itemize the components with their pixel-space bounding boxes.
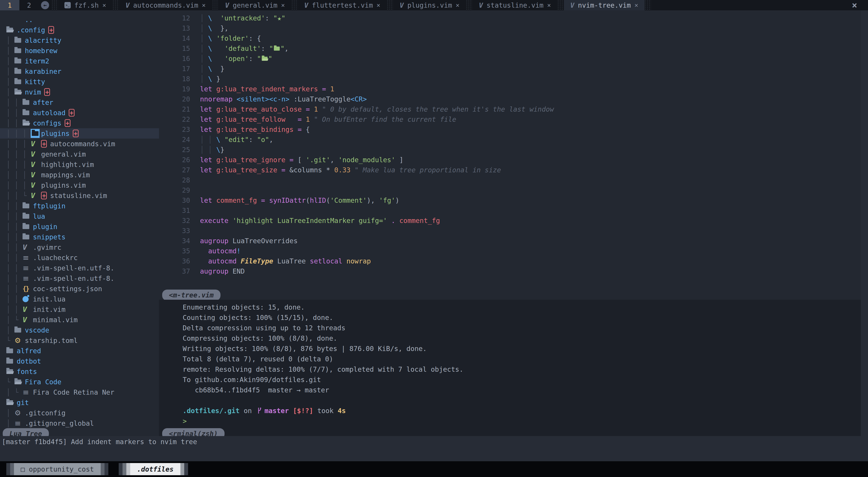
tree-item-autocommands.vim[interactable]: │ │ │ V+autocommands.vim [0,139,159,149]
tab-nvim-tree.vim[interactable]: Vnvim-tree.vim× [564,0,645,10]
vim-icon: V [23,305,27,314]
tmux-window-number-1[interactable]: 1 [0,0,19,10]
tree-item-plugins[interactable]: │ │ │ plugins+ [0,128,159,139]
code-line-20[interactable]: 20nnoremap <silent><c-n> :LuaTreeToggle<… [159,94,861,104]
terminal-split[interactable]: Enumerating objects: 15, done.Counting o… [159,300,861,436]
tree-item-highlight.vim[interactable]: │ │ │ Vhighlight.vim [0,159,159,170]
code-line-26[interactable]: 26let g:lua_tree_ignore = [ '.git', 'nod… [159,155,861,165]
code-line-24[interactable]: 24│ │ \ "edit": "o", [159,135,861,145]
tree-item-autoload[interactable]: │ │ autoload+ [0,107,159,118]
tree-item-Fira-Code[interactable]: └ Fira Code [0,377,159,387]
tree-item-..[interactable]: .. [0,14,159,25]
code-line-15[interactable]: 15│ \ 'default': "", [159,43,861,54]
tmux-gradient-segment [123,463,126,475]
tree-item-.gitconfig[interactable]: │ ⚙.gitconfig [0,408,159,418]
code-line-25[interactable]: 25│ │ \} [159,145,861,155]
tree-item-.vim-spell-en.utf-8.[interactable]: │ │ ≡.vim-spell-en.utf-8. [0,273,159,283]
terminal-line-2: Counting objects: 100% (15/15), done. [159,312,861,322]
code-line-34[interactable]: 34augroup LuaTreeOverrides [159,236,861,246]
code-line-22[interactable]: 22let g:lua_tree_follow = 1 " On bufEnte… [159,114,861,125]
tab-close-icon[interactable]: × [634,2,638,9]
code-line-28[interactable]: 28 [159,175,861,185]
code-line-13[interactable]: 13│ \ }, [159,23,861,33]
code-line-32[interactable]: 32execute 'highlight LuaTreeIndentMarker… [159,215,861,226]
folder-open-icon [6,369,13,374]
editor[interactable]: 12│ \ 'untracked': "★"13│ \ },14│ \ 'fol… [159,10,861,300]
tree-item-mappings.vim[interactable]: │ │ │ Vmappings.vim [0,170,159,180]
tree-item-kitty[interactable]: │ kitty [0,76,159,87]
tree-item-starship.toml[interactable]: └ ⚙starship.toml [0,335,159,346]
tree-item-.config[interactable]: .config+ [0,25,159,35]
code-line-37[interactable]: 37augroup END [159,266,861,276]
tree-item-coc-settings.json[interactable]: │ │ {}coc-settings.json [0,283,159,294]
nvim-tree-panel[interactable]: ...config+│ alacritty│ homebrew│ iterm2│… [0,10,159,436]
code-line-27[interactable]: 27let g:lua_tree_size = &columns * 0.33 … [159,165,861,175]
code-line-14[interactable]: 14│ \ 'folder': { [159,33,861,43]
tree-label: .luacheckrc [33,254,78,262]
tab-close-icon[interactable]: × [281,2,285,9]
tree-item-alacritty[interactable]: │ alacritty [0,35,159,45]
tab-general.vim[interactable]: Vgeneral.vim× [219,0,291,10]
code-line-12[interactable]: 12│ \ 'untracked': "★" [159,13,861,23]
code-line-31[interactable]: 31 [159,205,861,215]
tree-item-git[interactable]: git [0,397,159,408]
tab-fluttertest.vim[interactable]: Vfluttertest.vim× [298,0,387,10]
tab-statusline.vim[interactable]: Vstatusline.vim× [472,0,557,10]
tab-close-icon[interactable]: × [547,2,551,9]
code-line-19[interactable]: 19let g:lua_tree_indent_markers = 1 [159,84,861,94]
tree-item-karabiner[interactable]: │ karabiner [0,66,159,76]
tab-label: general.vim [232,1,277,9]
code-line-21[interactable]: 21let g:lua_tree_auto_close = 1 " 0 by d… [159,104,861,114]
tree-item-general.vim[interactable]: │ │ │ Vgeneral.vim [0,149,159,159]
tab-close-icon[interactable]: × [456,2,460,9]
tree-item-init.lua[interactable]: │ │ init.lua [0,294,159,304]
tab-autocommands.vim[interactable]: Vautocommands.vim× [119,0,212,10]
tree-item-dotbot[interactable]: dotbot [0,356,159,366]
tab-close-icon[interactable]: × [202,2,206,9]
tab-fzf.sh[interactable]: >_fzf.sh× [58,0,113,10]
tree-item-snippets[interactable]: │ │ snippets [0,232,159,242]
tree-item-.gvimrc[interactable]: │ │ V.gvimrc [0,242,159,252]
tree-item-vscode[interactable]: │ vscode [0,325,159,335]
code-line-17[interactable]: 17│ \ } [159,64,861,74]
line-number: 14 [173,34,190,42]
tree-item-configs[interactable]: │ │ configs+ [0,118,159,128]
back-arrow-circle-icon[interactable]: ← [41,1,49,9]
tab-close-icon[interactable]: × [377,2,380,9]
tree-item-.luacheckrc[interactable]: │ │ ≡.luacheckrc [0,252,159,263]
code-line-23[interactable]: 23let g:lua_tree_bindings = { [159,125,861,135]
tab-close-icon[interactable]: × [102,2,106,9]
line-number: 26 [173,156,190,164]
tree-item-alfred[interactable]: alfred [0,346,159,356]
tree-item-init.vim[interactable]: │ │ Vinit.vim [0,304,159,314]
tree-item-plugins.vim[interactable]: │ │ │ Vplugins.vim [0,180,159,190]
tmux-window-.dotfiles[interactable]: .dotfiles [119,463,188,475]
tree-item-fonts[interactable]: fonts [0,366,159,377]
tabline-close-all-icon[interactable]: × [852,0,857,10]
tree-item-.gitignore-global[interactable]: │ ≡.gitignore_global [0,418,159,429]
tree-item-Fira-Code-Retina-Ner[interactable]: │ └ ≡Fira Code Retina Ner [0,387,159,397]
code-line-36[interactable]: 36 autocmd FileType LuaTree setlocal now… [159,256,861,266]
code-line-35[interactable]: 35 autocmd! [159,246,861,256]
code-line-33[interactable]: 33 [159,226,861,236]
tab-plugins.vim[interactable]: Vplugins.vim× [394,0,466,10]
tmux-window-number-2[interactable]: 2 [19,0,39,10]
tree-item-after[interactable]: │ │ after [0,97,159,107]
tree-item-ftplugin[interactable]: │ │ ftplugin [0,201,159,211]
code-line-18[interactable]: 18│ \ } [159,74,861,84]
tree-item-.vim-spell-en.utf-8.[interactable]: │ │ ≡.vim-spell-en.utf-8. [0,263,159,273]
neovim-tmux-window: 12←>_fzf.sh×Vautocommands.vim×Vgeneral.v… [0,0,868,477]
tree-item-nvim[interactable]: │ nvim+ [0,87,159,97]
tree-item-iterm2[interactable]: │ iterm2 [0,56,159,66]
code-line-30[interactable]: 30let comment_fg = synIDattr(hlID('Comme… [159,195,861,205]
vim-icon: V [31,160,35,169]
code-line-16[interactable]: 16│ \ 'open': "" [159,54,861,64]
code-line-29[interactable]: 29 [159,185,861,195]
tree-item-homebrew[interactable]: │ homebrew [0,45,159,56]
tree-item-minimal.vim[interactable]: │ └ Vminimal.vim [0,314,159,325]
tree-item-plugin[interactable]: │ │ plugin [0,222,159,232]
text-file-icon: ≡ [23,274,29,283]
tree-item-statusline.vim[interactable]: │ │ └ V+statusline.vim [0,190,159,201]
tree-item-lua[interactable]: │ │ lua [0,211,159,222]
tmux-window--opportunity-cost[interactable]: □ opportunity_cost [6,463,108,475]
